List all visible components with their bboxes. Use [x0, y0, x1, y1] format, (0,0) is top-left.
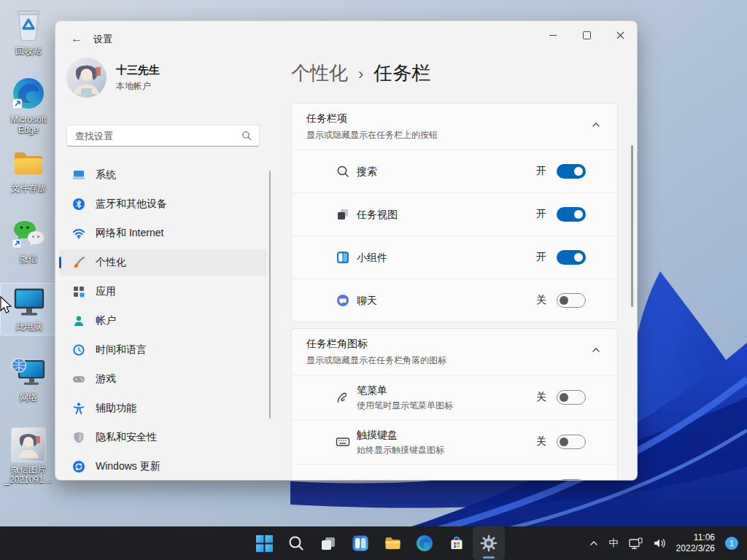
minimize-button[interactable] [536, 21, 570, 49]
sidebar-item-label: 游戏 [96, 373, 116, 386]
back-button[interactable]: ← [66, 29, 88, 48]
breadcrumb-separator-icon: › [358, 65, 363, 84]
setting-label: 触摸键盘 [357, 429, 398, 440]
sidebar-item-time-language[interactable]: 时间和语言 [59, 337, 267, 363]
taskbar-edge-button[interactable] [409, 526, 441, 560]
setting-label: 搜索 [357, 166, 377, 177]
search-icon [336, 164, 350, 179]
toggle-touch-keyboard[interactable] [557, 435, 586, 449]
sidebar-item-accessibility[interactable]: 辅助功能 [59, 395, 267, 421]
windows-start-icon [256, 535, 273, 552]
taskbar-settings-button[interactable] [473, 526, 505, 560]
file-explorer-icon [384, 534, 402, 552]
toggle-chat[interactable] [557, 293, 586, 308]
sidebar-item-label: 应用 [96, 285, 116, 298]
desktop-icon-wechat[interactable]: 微信 [0, 217, 57, 264]
system-icon [72, 168, 85, 182]
taskbar-store-button[interactable] [441, 526, 473, 560]
setting-row-touch-keyboard: 触摸键盘 始终显示触摸键盘图标 关 [292, 419, 617, 464]
toggle-widgets[interactable] [557, 250, 586, 265]
taskbar-widgets-button[interactable] [344, 526, 376, 560]
section-header[interactable]: 任务栏角图标 显示或隐藏显示在任务栏角落的图标 [292, 329, 617, 375]
recycle-bin-icon [11, 7, 46, 44]
breadcrumb-parent[interactable]: 个性化 [291, 61, 348, 86]
sidebar-item-windows-update[interactable]: Windows 更新 [59, 454, 267, 480]
network-tray-button[interactable] [624, 529, 648, 558]
settings-main-pane: 个性化 › 任务栏 任务栏项 显示或隐藏显示在任务栏上的按钮 [289, 56, 637, 480]
network-icon-desktop [10, 355, 47, 390]
section-title: 任务栏角图标 [306, 338, 584, 351]
sidebar-scrollbar[interactable] [269, 171, 271, 419]
avatar [66, 58, 107, 98]
window-titlebar: ← 设置 [55, 21, 637, 56]
desktop-icon-edge[interactable]: Microsoft Edge [0, 76, 57, 135]
start-button[interactable] [248, 526, 280, 560]
toggle-pen-menu[interactable] [557, 390, 586, 405]
virtual-touchpad-icon [336, 479, 350, 481]
wifi-icon [72, 227, 85, 240]
desktop-icon-network[interactable]: 网络 [0, 355, 57, 402]
toggle-virtual-touchpad[interactable] [557, 479, 586, 481]
toggle-task-view[interactable] [557, 207, 586, 222]
setting-label: 虚拟触摸板 [357, 481, 408, 481]
close-button[interactable] [603, 21, 637, 49]
sidebar-item-gaming[interactable]: 游戏 [59, 366, 267, 392]
sidebar-item-personalization[interactable]: 个性化 [59, 249, 267, 276]
sidebar-item-label: 隐私和安全性 [96, 431, 157, 444]
system-tray: 中 11:06 2022/3/26 1 [584, 526, 747, 560]
setting-description: 始终显示触摸键盘图标 [357, 444, 444, 456]
taskbar-file-explorer-button[interactable] [376, 526, 409, 560]
ime-indicator[interactable]: 中 [604, 529, 624, 558]
toggle-state-label: 关 [536, 480, 546, 481]
search-icon [287, 534, 305, 552]
search-input[interactable] [67, 131, 241, 141]
taskbar-task-view-button[interactable] [312, 526, 344, 560]
notification-badge[interactable]: 1 [725, 537, 738, 550]
desktop-icon-label: 回收站 [15, 46, 42, 56]
desktop-icon-recycle-bin[interactable]: 回收站 [0, 7, 57, 56]
image-thumbnail-icon [11, 427, 46, 462]
taskbar-search-button[interactable] [280, 526, 312, 560]
taskbar-clock[interactable]: 11:06 2022/3/26 [672, 532, 719, 554]
gamepad-icon [72, 373, 85, 386]
toggle-search[interactable] [557, 164, 586, 179]
settings-nav: 系统 蓝牙和其他设备 网络和 Internet [59, 162, 267, 481]
sidebar-item-label: 蓝牙和其他设备 [96, 198, 167, 211]
section-taskbar-corner-icons: 任务栏角图标 显示或隐藏显示在任务栏角落的图标 笔菜单 使用笔时显示笔菜单图标 [291, 328, 618, 481]
setting-row-search: 搜索 开 [292, 149, 617, 192]
maximize-icon [583, 31, 591, 39]
maximize-button[interactable] [570, 21, 603, 49]
desktop-icon-wechat-image[interactable]: 微信图片_2021091… [0, 427, 57, 485]
setting-label: 小组件 [357, 252, 387, 263]
desktop-icon-label: 此电脑 [16, 322, 42, 332]
sidebar-item-label: 个性化 [96, 256, 126, 269]
volume-tray-button[interactable] [648, 529, 672, 558]
chevron-up-icon[interactable] [588, 117, 604, 133]
edge-icon [11, 76, 46, 112]
desktop-icon-folder[interactable]: 文件存放 [0, 146, 57, 193]
desktop-icon-label: Microsoft Edge [1, 114, 56, 135]
section-title: 任务栏项 [306, 112, 584, 125]
tray-date: 2022/3/26 [676, 543, 715, 554]
sidebar-item-apps[interactable]: 应用 [59, 279, 267, 305]
sidebar-item-privacy-security[interactable]: 隐私和安全性 [59, 424, 267, 451]
page-title: 任务栏 [374, 61, 430, 86]
sidebar-item-system[interactable]: 系统 [59, 162, 267, 188]
section-header[interactable]: 任务栏项 显示或隐藏显示在任务栏上的按钮 [292, 104, 617, 149]
content-scrollbar[interactable] [631, 145, 633, 307]
taskbar-center-icons [248, 526, 505, 560]
settings-gear-icon [479, 534, 498, 553]
sidebar-item-label: 帐户 [96, 314, 116, 327]
sidebar-item-network-internet[interactable]: 网络和 Internet [59, 220, 267, 246]
setting-row-pen-menu: 笔菜单 使用笔时显示笔菜单图标 关 [292, 375, 617, 419]
ethernet-icon [629, 537, 643, 550]
sidebar-item-bluetooth-devices[interactable]: 蓝牙和其他设备 [59, 191, 267, 217]
close-icon [616, 31, 624, 39]
search-icon [241, 131, 252, 141]
apps-icon [72, 285, 85, 298]
tray-overflow-button[interactable] [584, 529, 604, 558]
taskbar: 中 11:06 2022/3/26 1 [0, 526, 747, 560]
chevron-up-icon[interactable] [588, 342, 604, 358]
sidebar-item-accounts[interactable]: 帐户 [59, 308, 267, 334]
this-pc-icon [11, 286, 47, 319]
